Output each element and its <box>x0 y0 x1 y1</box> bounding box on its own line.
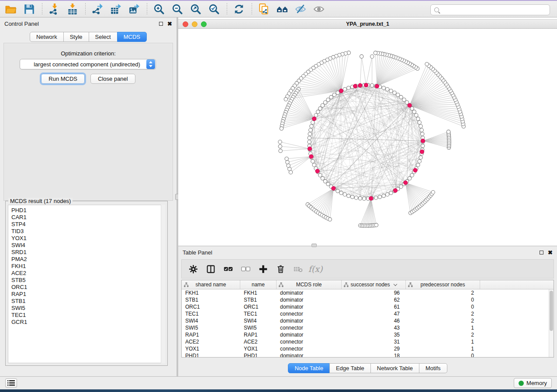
table-cell: dominator <box>277 289 342 296</box>
table-row[interactable]: FKH1FKH1dominator962 <box>182 289 554 296</box>
zoom-in-button[interactable] <box>152 3 166 16</box>
table-row[interactable]: SWI5SWI5connector431 <box>182 324 554 331</box>
table-cell: 18 <box>342 352 406 358</box>
network-graph[interactable] <box>178 29 557 246</box>
search-field[interactable] <box>430 4 550 15</box>
column-header-predecessor-nodes[interactable]: predecessor nodes <box>406 280 480 289</box>
optimization-criterion-select[interactable]: largest connected component (undirected) <box>20 59 156 69</box>
table-cell: 0 <box>406 296 480 303</box>
toolbar-separator <box>252 3 252 15</box>
gear-button[interactable] <box>188 264 198 274</box>
mcds-result-item[interactable]: FKH1 <box>11 263 165 270</box>
table-cell: ACE2 <box>240 338 277 345</box>
select-all-button[interactable] <box>223 264 233 274</box>
show-all-button[interactable] <box>311 3 326 16</box>
mcds-result-item[interactable]: SRD1 <box>11 249 165 256</box>
zoom-selected-button[interactable] <box>207 3 221 16</box>
table-row[interactable]: YOX1YOX1connector291 <box>182 345 554 352</box>
mcds-result-item[interactable]: PMA2 <box>11 256 165 263</box>
tab-mcds[interactable]: MCDS <box>117 32 147 42</box>
save-session-button[interactable] <box>22 3 37 16</box>
zoom-out-button[interactable] <box>170 3 185 16</box>
column-header-shared-name[interactable]: shared name <box>182 280 240 289</box>
table-cell: ACE2 <box>182 338 240 345</box>
table-tab-motifs[interactable]: Motifs <box>419 363 447 373</box>
column-header-successor-nodes[interactable]: successor nodes <box>342 280 406 289</box>
mcds-result-item[interactable]: STB1 <box>11 298 165 305</box>
mcds-result-item[interactable]: ACE2 <box>11 270 165 277</box>
search-icon <box>434 7 439 12</box>
export-network-button[interactable] <box>90 3 105 16</box>
table-scrollbar-thumb[interactable] <box>550 291 553 331</box>
table-cell: SWI4 <box>240 317 277 324</box>
close-panel-icon[interactable]: ✖ <box>167 21 172 27</box>
mcds-result-item[interactable]: YOX1 <box>11 235 165 242</box>
network-canvas[interactable] <box>178 29 557 246</box>
tab-network[interactable]: Network <box>30 32 64 42</box>
tab-select[interactable]: Select <box>89 32 118 42</box>
automation-menu-button[interactable] <box>5 378 17 388</box>
mcds-result-item[interactable]: TID3 <box>11 228 165 235</box>
network-window-titlebar[interactable]: YPA_prune.txt_1 <box>178 19 557 29</box>
list-icon <box>7 380 15 386</box>
table-cell: YOX1 <box>182 345 240 352</box>
table-row[interactable]: ORC1ORC1dominator610 <box>182 303 554 310</box>
new-network-from-selection-button[interactable] <box>256 3 271 16</box>
column-panes-button[interactable] <box>205 264 216 274</box>
export-table-button[interactable] <box>108 3 123 16</box>
table-tab-edge-table[interactable]: Edge Table <box>329 363 371 373</box>
mcds-result-item[interactable]: STP4 <box>11 221 165 228</box>
table-cell: 43 <box>342 324 406 331</box>
first-neighbors-button[interactable] <box>275 3 290 16</box>
mcds-result-item[interactable]: ORC1 <box>11 284 165 291</box>
mcds-result-item[interactable]: PHD1 <box>11 207 165 214</box>
table-tab-node-table[interactable]: Node Table <box>288 363 330 373</box>
mcds-result-item[interactable]: SWI5 <box>11 305 165 312</box>
zoom-fit-button[interactable] <box>188 3 203 16</box>
import-table-button[interactable] <box>65 3 80 16</box>
deselect-all-button[interactable] <box>240 264 251 274</box>
mcds-result-list[interactable]: PHD1CAR1STP4TID3YOX1SWI4SRD1PMA2FKH1ACE2… <box>8 205 165 363</box>
search-input[interactable] <box>442 6 550 14</box>
table-cell: dominator <box>277 303 342 310</box>
export-image-button[interactable] <box>127 3 142 16</box>
delete-column-button[interactable] <box>275 264 286 274</box>
table-row[interactable]: STB1STB1dominator620 <box>182 296 554 303</box>
mcds-result-item[interactable]: RAP1 <box>11 291 165 298</box>
mcds-result-item[interactable]: GCR1 <box>11 319 165 326</box>
function-builder-button: f(x) <box>310 264 321 274</box>
open-file-button[interactable] <box>3 3 18 16</box>
column-header-mcds-role[interactable]: MCDS role <box>277 280 342 289</box>
hide-selected-button[interactable] <box>293 3 308 16</box>
table-tab-network-table[interactable]: Network Table <box>370 363 419 373</box>
table-row[interactable]: TEC1TEC1connector472 <box>182 310 554 317</box>
refresh-button[interactable] <box>232 3 246 16</box>
mcds-list-scrollbar[interactable] <box>161 205 165 363</box>
toolbar-separator <box>42 3 42 15</box>
table-cell: FKH1 <box>182 289 240 296</box>
import-network-button[interactable] <box>47 3 62 16</box>
run-mcds-button[interactable]: Run MCDS <box>41 74 85 84</box>
table-cell: 2 <box>406 317 480 324</box>
float-table-panel-icon[interactable] <box>540 251 543 254</box>
table-panel-title: Table Panel <box>183 249 212 256</box>
table-row[interactable]: SWI4SWI4dominator462 <box>182 317 554 324</box>
table-panel-splitter-grip[interactable] <box>311 244 317 247</box>
close-panel-button[interactable]: Close panel <box>90 74 135 84</box>
mcds-result-item[interactable]: CAR1 <box>11 214 165 221</box>
mcds-result-item[interactable]: SWI4 <box>11 242 165 249</box>
column-header-name[interactable]: name <box>240 280 277 289</box>
table-scrollbar[interactable] <box>549 289 554 357</box>
add-column-button[interactable] <box>258 264 268 274</box>
mcds-result-item[interactable]: TEC1 <box>11 312 165 319</box>
table-row[interactable]: ACE2ACE2connector311 <box>182 338 554 345</box>
mcds-result-item[interactable]: STB5 <box>11 277 165 284</box>
table-row[interactable]: PHD1PHD1dominator180 <box>182 352 554 358</box>
table-row[interactable]: RAP1RAP1dominator352 <box>182 331 554 338</box>
memory-button[interactable]: Memory <box>514 378 552 388</box>
close-table-panel-icon[interactable]: ✖ <box>548 250 553 255</box>
main-toolbar <box>0 1 557 17</box>
tab-style[interactable]: Style <box>63 32 89 42</box>
float-panel-icon[interactable] <box>159 22 163 26</box>
table-cell: dominator <box>277 331 342 338</box>
